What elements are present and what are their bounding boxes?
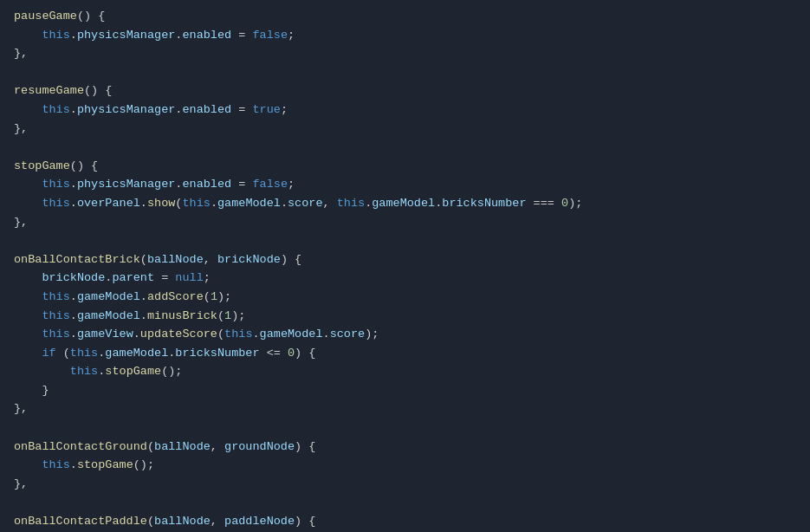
token: this	[42, 175, 69, 194]
token: ) {	[295, 344, 315, 363]
token: },	[14, 120, 28, 139]
token: ,	[211, 438, 224, 457]
token: brickNode	[42, 269, 105, 288]
token: }	[42, 381, 49, 400]
token: .	[70, 194, 77, 213]
token: () {	[70, 157, 98, 176]
token: this	[42, 456, 69, 475]
token: ;	[204, 269, 211, 288]
token: .	[70, 175, 77, 194]
token: (	[175, 194, 182, 213]
token: .	[435, 194, 442, 213]
code-line: onBallContactGround(ballNode, groundNode…	[0, 438, 810, 457]
token: null	[175, 269, 203, 288]
token: () {	[77, 7, 105, 26]
token	[14, 269, 42, 288]
code-line: }	[0, 381, 810, 400]
token: .	[175, 175, 182, 194]
token: ;	[281, 101, 288, 120]
token: (	[147, 512, 154, 531]
token: physicsManager	[77, 101, 175, 120]
token: onBallContactBrick	[14, 250, 140, 269]
token: .	[140, 194, 147, 213]
token: gameModel	[77, 288, 140, 307]
code-editor: pauseGame() { this.physicsManager.enable…	[0, 0, 810, 532]
code-line: },	[0, 399, 810, 418]
token: .	[168, 344, 175, 363]
token: .	[133, 325, 140, 344]
token: .	[70, 288, 77, 307]
token: updateScore	[140, 325, 217, 344]
token: if	[42, 344, 55, 363]
token: .	[70, 307, 77, 326]
token: .	[105, 269, 112, 288]
token: .	[323, 325, 330, 344]
token	[14, 456, 42, 475]
token: =	[231, 175, 252, 194]
token	[14, 26, 42, 45]
token	[14, 175, 42, 194]
token: );	[217, 288, 231, 307]
token	[14, 101, 42, 120]
code-line	[0, 138, 810, 157]
code-line: brickNode.parent = null;	[0, 269, 810, 288]
token: },	[14, 399, 28, 418]
token: gameModel	[77, 307, 140, 326]
token: physicsManager	[77, 26, 175, 45]
token: ;	[288, 175, 295, 194]
token: brickNode	[217, 250, 281, 269]
token: gameModel	[217, 194, 281, 213]
token: resumeGame	[14, 81, 84, 101]
token: =	[231, 101, 252, 120]
token: gameModel	[372, 194, 435, 213]
token: ;	[288, 26, 295, 45]
token: gameView	[77, 325, 133, 344]
token: );	[365, 325, 379, 344]
token: show	[147, 194, 175, 213]
token: (	[147, 438, 154, 457]
token: ();	[161, 362, 182, 381]
token: bricksNumber	[442, 194, 526, 213]
token: =	[231, 26, 252, 45]
token: ();	[133, 456, 154, 475]
code-line: this.physicsManager.enabled = false;	[0, 26, 810, 45]
token: ) {	[281, 250, 301, 269]
token: this	[224, 325, 252, 344]
token: .	[70, 26, 77, 45]
code-line: this.physicsManager.enabled = false;	[0, 175, 810, 194]
token: pauseGame	[14, 7, 77, 26]
token: this	[42, 325, 69, 344]
token: .	[98, 344, 105, 363]
token: onBallContactPaddle	[14, 512, 147, 531]
token: },	[14, 475, 28, 494]
code-line: },	[0, 44, 810, 63]
token: (	[56, 344, 70, 363]
token: this	[182, 194, 210, 213]
token: parent	[112, 269, 154, 288]
token: .	[98, 362, 105, 381]
token: paddleNode	[224, 512, 295, 531]
token: true	[252, 101, 280, 120]
code-line: this.overPanel.show(this.gameModel.score…	[0, 194, 810, 213]
token: .	[175, 101, 182, 120]
code-line: this.gameView.updateScore(this.gameModel…	[0, 325, 810, 344]
token: .	[252, 325, 259, 344]
token: ) {	[295, 438, 315, 457]
token	[14, 307, 42, 326]
code-line: this.gameModel.addScore(1);	[0, 288, 810, 307]
code-line: this.stopGame();	[0, 362, 810, 381]
token	[14, 418, 21, 438]
token: (	[204, 288, 211, 307]
token: },	[14, 213, 28, 232]
code-line	[0, 231, 810, 250]
token: 1	[224, 307, 231, 326]
token	[14, 63, 21, 82]
token: addScore	[147, 288, 204, 307]
token: this	[42, 101, 69, 120]
token: bricksNumber	[175, 344, 259, 363]
token	[14, 362, 70, 381]
token: this	[70, 344, 98, 363]
token: enabled	[182, 26, 231, 45]
token: overPanel	[77, 194, 140, 213]
code-line: },	[0, 213, 810, 232]
